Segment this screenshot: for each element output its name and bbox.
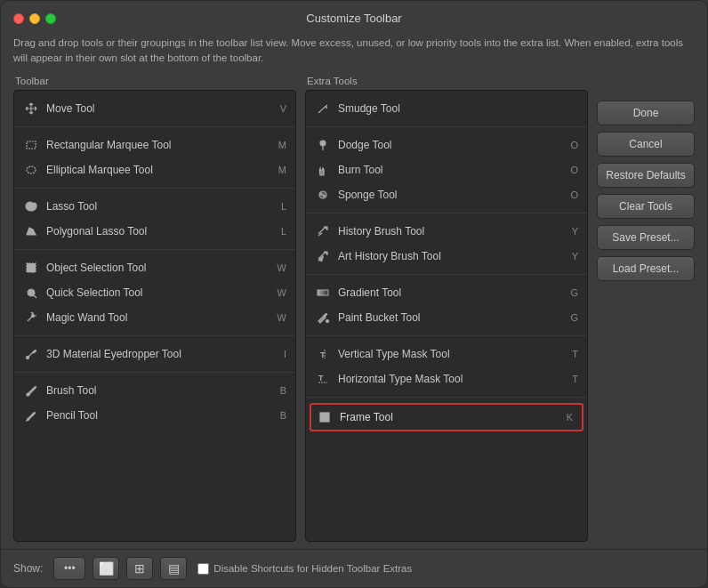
dots-icon: ••• bbox=[64, 562, 76, 575]
restore-defaults-button[interactable]: Restore Defaults bbox=[597, 163, 695, 188]
tool-name: 3D Material Eyedropper Tool bbox=[46, 348, 181, 360]
tool-name: Smudge Tool bbox=[338, 102, 400, 115]
svg-text:T: T bbox=[318, 374, 324, 383]
tool-shortcut: W bbox=[278, 262, 286, 273]
clear-tools-button[interactable]: Clear Tools bbox=[597, 194, 695, 219]
tool-shortcut: L bbox=[281, 201, 286, 212]
tool-shortcut: I bbox=[284, 349, 286, 359]
toolbar-group-marquee: Rectangular Marquee Tool M Elliptical Ma… bbox=[14, 127, 295, 189]
svg-point-9 bbox=[32, 314, 35, 317]
save-preset-button[interactable]: Save Preset... bbox=[597, 225, 695, 250]
list-item[interactable]: Move Tool V bbox=[14, 96, 295, 121]
cancel-button[interactable]: Cancel bbox=[597, 132, 695, 157]
tool-name: Polygonal Lasso Tool bbox=[46, 225, 147, 238]
list-item[interactable]: T Horizontal Type Mask Tool T bbox=[306, 366, 587, 391]
toolbar-group-eyedropper: 3D Material Eyedropper Tool I bbox=[14, 336, 295, 373]
obj-select-icon bbox=[23, 260, 39, 276]
extra-group-history: History Brush Tool Y Art History Brush T… bbox=[306, 213, 587, 275]
lasso-icon bbox=[23, 198, 39, 214]
brush-icon bbox=[23, 383, 39, 399]
disable-shortcuts-label[interactable]: Disable Shortcuts for Hidden Toolbar Ext… bbox=[197, 563, 412, 575]
extra-tools-list[interactable]: Smudge Tool Dodge Tool bbox=[305, 90, 588, 543]
list-item[interactable]: Dodge Tool O bbox=[306, 133, 587, 157]
list-item[interactable]: T Vertical Type Mask Tool T bbox=[306, 342, 587, 366]
show-label: Show: bbox=[13, 562, 43, 575]
rect-marquee-icon bbox=[23, 137, 39, 153]
list-item[interactable]: Gradient Tool G bbox=[306, 280, 587, 305]
list-item[interactable]: Sponge Tool O bbox=[306, 182, 587, 207]
show-dots-button[interactable]: ••• bbox=[53, 557, 85, 580]
list-item[interactable]: History Brush Tool Y bbox=[306, 219, 587, 244]
svg-point-13 bbox=[320, 141, 326, 146]
horiz-type-mask-icon: T bbox=[315, 371, 331, 387]
dodge-icon bbox=[315, 137, 331, 153]
tool-shortcut: V bbox=[280, 103, 286, 114]
toolbar-label: Toolbar bbox=[13, 76, 296, 86]
list-item[interactable]: Smudge Tool bbox=[306, 96, 587, 121]
tool-name: Elliptical Marquee Tool bbox=[46, 164, 153, 176]
tool-name: Vertical Type Mask Tool bbox=[338, 348, 450, 360]
minimize-button[interactable] bbox=[29, 13, 40, 24]
svg-rect-0 bbox=[27, 141, 36, 149]
tool-name: Brush Tool bbox=[46, 384, 96, 397]
show-grid-icon-button[interactable]: ⊞ bbox=[126, 557, 153, 580]
toolbar-group-select: Object Selection Tool W Quick Selection … bbox=[14, 250, 295, 336]
list-item[interactable]: Paint Bucket Tool G bbox=[306, 305, 587, 330]
extra-group-dodge: Dodge Tool O Burn Tool O bbox=[306, 127, 587, 213]
svg-line-4 bbox=[34, 295, 36, 298]
tool-name: Object Selection Tool bbox=[46, 262, 147, 274]
tool-shortcut: Y bbox=[572, 251, 578, 262]
history-brush-icon bbox=[315, 223, 331, 239]
load-preset-button[interactable]: Load Preset... bbox=[597, 256, 695, 281]
dialog-description: Drag and drop tools or their groupings i… bbox=[1, 32, 707, 76]
art-history-brush-icon bbox=[315, 248, 331, 264]
tool-shortcut: O bbox=[570, 189, 578, 200]
tool-shortcut: G bbox=[570, 312, 578, 323]
extra-group-frame: Frame Tool K bbox=[306, 398, 587, 437]
disable-shortcuts-checkbox[interactable] bbox=[197, 563, 209, 575]
list-item[interactable]: Lasso Tool L bbox=[14, 194, 295, 219]
list-item[interactable]: Quick Selection Tool W bbox=[14, 280, 295, 305]
list-item[interactable]: Elliptical Marquee Tool M bbox=[14, 157, 295, 182]
dialog-title: Customize Toolbar bbox=[306, 12, 401, 25]
tool-name: Dodge Tool bbox=[338, 139, 392, 151]
list-item[interactable]: 3D Material Eyedropper Tool I bbox=[14, 342, 295, 366]
list-item[interactable]: Frame Tool K bbox=[310, 403, 583, 431]
toolbar-list[interactable]: Move Tool V Rectangular Marquee Tool M bbox=[13, 90, 296, 543]
tool-name: Art History Brush Tool bbox=[338, 250, 441, 262]
gradient-icon bbox=[315, 285, 331, 301]
tool-name: Lasso Tool bbox=[46, 200, 97, 213]
list-item[interactable]: Rectangular Marquee Tool M bbox=[14, 133, 295, 157]
tool-name: Quick Selection Tool bbox=[46, 286, 143, 299]
list-item[interactable]: Object Selection Tool W bbox=[14, 255, 295, 280]
move-icon bbox=[23, 101, 39, 117]
tool-shortcut: K bbox=[567, 412, 573, 423]
show-list-icon-button[interactable]: ▤ bbox=[160, 557, 187, 580]
extra-tools-label: Extra Tools bbox=[305, 76, 588, 86]
show-single-icon-button[interactable]: ⬜ bbox=[93, 557, 119, 580]
close-button[interactable] bbox=[13, 13, 24, 24]
tool-shortcut: T bbox=[572, 374, 578, 384]
maximize-button[interactable] bbox=[45, 13, 56, 24]
list-item[interactable]: Art History Brush Tool Y bbox=[306, 244, 587, 269]
tool-name: Paint Bucket Tool bbox=[338, 311, 421, 324]
list-item[interactable]: Brush Tool B bbox=[14, 378, 295, 403]
extra-group-type-mask: T Vertical Type Mask Tool T T bbox=[306, 336, 587, 398]
list-item[interactable]: Burn Tool O bbox=[306, 157, 587, 182]
done-button[interactable]: Done bbox=[597, 101, 695, 125]
svg-rect-18 bbox=[318, 290, 328, 295]
tool-shortcut: M bbox=[278, 165, 286, 175]
list-item[interactable]: Polygonal Lasso Tool L bbox=[14, 219, 295, 244]
bottom-bar: Show: ••• ⬜ ⊞ ▤ Disable Shortcuts for Hi… bbox=[1, 549, 707, 587]
list-item[interactable]: Magic Wand Tool W bbox=[14, 305, 295, 330]
toolbar-panel: Toolbar Move Tool V bbox=[13, 76, 296, 543]
tool-name: History Brush Tool bbox=[338, 225, 424, 238]
customize-toolbar-dialog: Customize Toolbar Drag and drop tools or… bbox=[0, 0, 708, 588]
ellip-marquee-icon bbox=[23, 162, 39, 178]
pencil-icon bbox=[23, 407, 39, 423]
tool-shortcut: L bbox=[281, 226, 286, 237]
sidebar-buttons: Done Cancel Restore Defaults Clear Tools… bbox=[597, 76, 695, 543]
smudge-icon bbox=[315, 101, 331, 117]
tool-name: Pencil Tool bbox=[46, 409, 98, 422]
list-item[interactable]: Pencil Tool B bbox=[14, 403, 295, 428]
